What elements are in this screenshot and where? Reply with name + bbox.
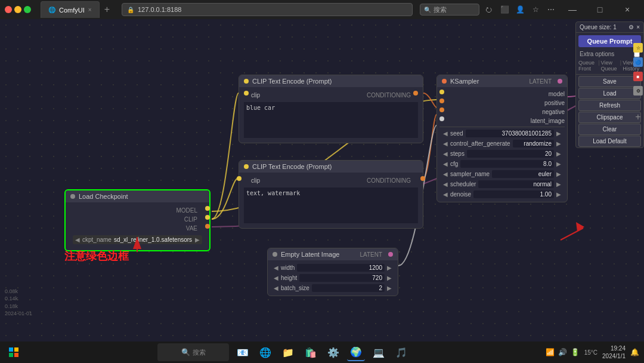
clip-top-textarea[interactable]: blue car [244,102,418,138]
denoise-arrow-right[interactable]: ▶ [556,191,561,198]
notification-icon[interactable]: 🔔 [630,348,639,356]
sidebar-plus-icon[interactable]: + [633,112,643,122]
ksampler-positive-port [439,99,444,103]
clip-top-dot [244,79,249,84]
close-button[interactable]: × [615,0,639,19]
start-button[interactable] [5,343,23,361]
load-checkpoint-title: Load Checkpoint [79,193,128,200]
latent-header: Empty Latent Image LATENT [268,248,398,260]
ckpt-arrow-left[interactable]: ◀ [75,236,80,243]
batch-label: batch_size [281,285,309,291]
taskbar-app-edge[interactable]: 🌐 [256,343,274,361]
latent-output-port [388,252,393,257]
denoise-label: denoise [450,191,471,198]
width-arrow-right[interactable]: ▶ [387,264,392,271]
load-checkpoint-body: MODEL CLIP VAE ◀ ckpt_name sd_xl_refiner… [66,202,209,250]
ksampler-node[interactable]: KSampler LATENT model positive negative … [436,75,568,202]
batch-arrow-left[interactable]: ◀ [274,285,278,291]
sidebar-icon-1[interactable]: ☆ [633,43,643,53]
taskbar-time[interactable]: 19:24 2024/1/1 [602,344,626,360]
control-arrow-left[interactable]: ◀ [443,140,448,147]
seed-arrow-right[interactable]: ▶ [556,130,561,137]
clip-output-row: CLIP [70,215,205,224]
sampler-arrow-right[interactable]: ▶ [556,171,561,177]
scheduler-arrow-left[interactable]: ◀ [443,181,448,187]
active-tab[interactable]: 🌐 ComfyUI × [41,1,100,18]
height-arrow-right[interactable]: ▶ [387,275,392,281]
taskbar-search[interactable]: 🔍 搜索 [157,343,229,361]
taskbar-app-settings[interactable]: ⚙️ [324,343,342,361]
sidebar-icon-2[interactable]: 🔵 [633,57,643,67]
cfg-arrow-left[interactable]: ◀ [443,161,448,167]
clip-top-input-port [244,91,249,96]
width-arrow-left[interactable]: ◀ [274,264,278,271]
win-max-btn[interactable] [24,6,31,13]
svg-marker-4 [576,222,584,232]
height-arrow-left[interactable]: ◀ [274,275,278,281]
control-arrow-right[interactable]: ▶ [556,140,561,147]
extensions-icon[interactable]: ⬛ [499,5,510,14]
queue-settings-icon[interactable]: ⚙ [628,24,634,30]
batch-arrow-right[interactable]: ▶ [387,285,392,291]
steps-arrow-right[interactable]: ▶ [556,150,561,157]
clip-top-node[interactable]: CLIP Text Encode (Prompt) clip CONDITION… [239,75,423,143]
more-icon[interactable]: ⋯ [545,5,557,14]
denoise-arrow-left[interactable]: ◀ [443,191,448,198]
taskbar-app-terminal[interactable]: 💻 [370,343,388,361]
favorites-icon[interactable]: ☆ [530,5,541,14]
search-box[interactable]: 🔍 搜索 [420,4,479,16]
view-queue-tab[interactable]: View Queue [601,60,619,72]
battery-icon[interactable]: 🔋 [571,348,580,356]
queue-front-tab[interactable]: Queue Front [578,60,597,72]
taskbar-app-music[interactable]: 🎵 [392,343,410,361]
ksampler-dot [442,79,447,84]
ckpt-arrow-right[interactable]: ▶ [195,236,200,243]
address-bar[interactable]: 🔒 127.0.0.1:8188 [122,3,413,16]
mini-info-line1: 0.08k [5,288,32,296]
steps-arrow-left[interactable]: ◀ [443,150,448,157]
win-min-btn[interactable] [14,6,21,13]
steps-label: steps [450,150,465,157]
clip-bottom-textarea[interactable]: text, watermark [244,187,418,223]
volume-icon[interactable]: 🔊 [558,348,567,356]
seed-arrow-left[interactable]: ◀ [443,130,448,137]
cfg-arrow-right[interactable]: ▶ [556,161,561,167]
ksampler-header: KSampler LATENT [437,75,567,87]
taskbar-app-mail[interactable]: 📧 [234,343,252,361]
mini-info-line4: 2024-01-01 [5,310,32,318]
taskbar-app-store[interactable]: 🛍️ [302,343,320,361]
queue-close-icon[interactable]: × [636,24,640,30]
maximize-button[interactable]: □ [588,0,612,19]
latent-image-node[interactable]: Empty Latent Image LATENT ◀ width 1200 ▶… [267,248,398,296]
load-checkpoint-node[interactable]: Load Checkpoint MODEL CLIP VAE ◀ ckpt_na… [64,189,210,251]
clip-top-io-row: clip CONDITIONING [244,91,418,100]
sampler-label: sampler_name [450,171,490,177]
ksampler-model-row: model [439,90,565,99]
canvas-area[interactable]: Load Checkpoint MODEL CLIP VAE ◀ ckpt_na… [0,19,644,342]
scheduler-arrow-right[interactable]: ▶ [556,181,561,187]
latent-height-row: ◀ height 720 ▶ [270,273,395,283]
tab-close-icon[interactable]: × [88,7,92,13]
new-tab-button[interactable]: + [100,4,114,15]
temperature-text: 15°C [584,349,597,356]
model-output-row: MODEL [70,206,205,215]
tab-bar: 🌐 ComfyUI × + [41,1,114,18]
profile-icon[interactable]: 👤 [514,5,526,14]
win-close-btn[interactable] [5,6,12,13]
window-controls [5,6,31,13]
latent-width-row: ◀ width 1200 ▶ [270,263,395,273]
sidebar-icon-4[interactable]: ⚙ [633,86,643,96]
ksampler-negative-label: negative [542,109,565,115]
model-port [205,206,210,211]
clip-bottom-node[interactable]: CLIP Text Encode (Prompt) clip CONDITION… [239,160,423,229]
latent-title: Empty Latent Image [281,251,339,258]
taskbar-app-chrome[interactable]: 🌍 [347,343,365,361]
taskbar-app-explorer[interactable]: 📁 [279,343,297,361]
sampler-arrow-left[interactable]: ◀ [443,171,448,177]
ksampler-latent-input-row: latent_image [439,116,565,125]
refresh-icon[interactable]: ⭮ [483,5,495,14]
wifi-icon[interactable]: 📶 [546,348,555,356]
sidebar-icon-3[interactable]: ■ [633,72,643,81]
minimize-button[interactable]: — [561,0,584,19]
ksampler-positive-row: positive [439,99,565,107]
